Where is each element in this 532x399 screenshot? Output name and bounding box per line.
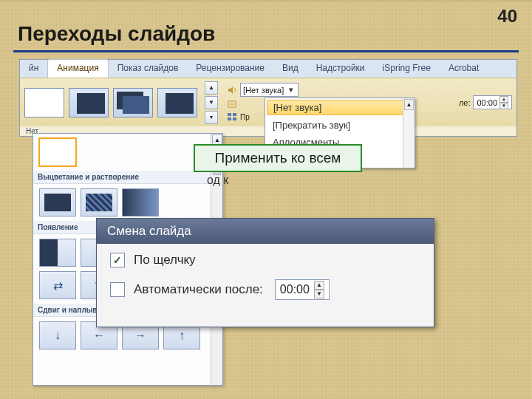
overlap-text: од к (207, 174, 228, 187)
auto-after-time-value: 00:00 (280, 283, 310, 296)
checkbox-on-click[interactable]: ✓ (110, 253, 125, 267)
advance-popup-title: Смена слайда (97, 219, 434, 244)
after-label: ле: (459, 98, 471, 107)
gallery-thumb[interactable]: ⇄ (39, 271, 76, 299)
transition-scroll-up[interactable]: ▲ (205, 81, 218, 95)
svg-rect-4 (233, 117, 236, 120)
spin-up-icon[interactable]: ▲ (499, 96, 508, 103)
tab-addins[interactable]: Надстройки (307, 60, 374, 78)
gallery-thumb[interactable] (39, 239, 76, 267)
gallery-thumb[interactable] (39, 188, 76, 216)
scroll-up-icon[interactable]: ▲ (212, 134, 222, 145)
tab-review[interactable]: Рецензирование (187, 60, 273, 78)
scroll-up-icon[interactable]: ▲ (404, 99, 414, 110)
auto-after-time-spinner[interactable]: 00:00 ▲ ▼ (275, 279, 330, 300)
sound-combo-value: [Нет звука] (243, 86, 284, 95)
sound-option-none[interactable]: [Нет звука] (267, 100, 413, 115)
sound-dropdown-scrollbar[interactable]: ▲ (403, 98, 415, 168)
transition-thumb-2[interactable] (113, 88, 153, 117)
tab-view[interactable]: Вид (273, 60, 307, 78)
tab-slideshow[interactable]: Показ слайдов (109, 60, 188, 78)
page-title: Переходы слайдов (18, 22, 215, 46)
tab-animation[interactable]: Анимация (47, 59, 108, 78)
gallery-thumb[interactable] (81, 188, 117, 216)
sound-option-stop[interactable]: [Прекратить звук] (265, 117, 415, 134)
spin-down-icon[interactable]: ▼ (314, 290, 324, 299)
after-time-value: 00:00 (477, 98, 497, 107)
spin-up-icon[interactable]: ▲ (314, 281, 324, 290)
time-group: ле: 00:00 ▲ ▼ (459, 95, 512, 109)
dropdown-icon: ▾ (287, 85, 296, 95)
transition-expand[interactable]: ▾ (205, 111, 218, 124)
tab-ispring[interactable]: iSpring Free (374, 60, 440, 78)
label-auto-after: Автоматически после: (134, 282, 263, 297)
spin-down-icon[interactable]: ▼ (499, 103, 508, 109)
transition-scroll-down[interactable]: ▼ (205, 96, 218, 109)
title-underline (13, 50, 519, 52)
label-on-click: По щелчку (134, 253, 196, 267)
transition-thumb-1[interactable] (69, 88, 109, 117)
transition-scroll: ▲ ▼ ▾ (205, 81, 218, 124)
svg-rect-1 (228, 113, 231, 116)
arrow-icon: ↓ (40, 322, 75, 349)
callout-apply-all: Применить ко всем (194, 144, 362, 172)
page-number: 40 (497, 6, 517, 27)
gallery-thumb[interactable] (122, 188, 159, 216)
arrow-icon: ⇄ (40, 272, 75, 299)
after-time-spinner[interactable]: 00:00 ▲ ▼ (473, 95, 512, 109)
transition-thumb-3[interactable] (157, 88, 197, 117)
apply-partial-label: Пр (240, 113, 250, 121)
ribbon-tabs: йн Анимация Показ слайдов Рецензирование… (20, 60, 516, 78)
svg-rect-2 (233, 113, 236, 116)
gallery-cat-fade: Выцветание и растворение (33, 171, 222, 184)
gallery-thumb[interactable]: ↓ (39, 321, 76, 349)
speed-icon (227, 99, 237, 109)
tab-design[interactable]: йн (20, 60, 47, 78)
checkbox-auto-after[interactable] (110, 282, 125, 297)
gallery-thumb-none[interactable] (39, 138, 76, 166)
advance-slide-popup: Смена слайда ✓ По щелчку Автоматически п… (96, 218, 434, 327)
sound-combo[interactable]: [Нет звука] ▾ (240, 83, 299, 97)
svg-rect-3 (228, 117, 231, 120)
tab-acrobat[interactable]: Acrobat (440, 60, 488, 78)
transition-strip: ▲ ▼ ▾ (24, 81, 218, 124)
sound-icon (227, 85, 237, 95)
apply-icon (227, 112, 237, 122)
transition-thumb-none[interactable] (24, 88, 64, 117)
